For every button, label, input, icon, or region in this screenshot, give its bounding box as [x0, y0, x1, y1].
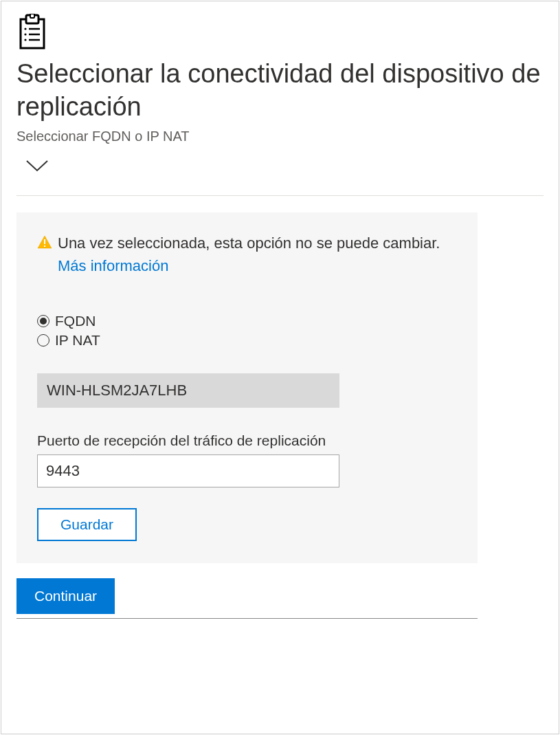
radio-fqdn[interactable]: FQDN — [37, 313, 457, 329]
page-title: Seleccionar la conectividad del disposit… — [16, 58, 544, 123]
svg-rect-10 — [44, 239, 45, 244]
warning-message: Una vez seleccionada, esta opción no se … — [37, 232, 457, 277]
clipboard-icon — [16, 14, 49, 52]
svg-point-5 — [24, 33, 26, 35]
radio-label: IP NAT — [55, 332, 100, 349]
svg-point-3 — [24, 28, 26, 30]
radio-button-icon — [37, 334, 49, 347]
page-subtitle: Seleccionar FQDN o IP NAT — [16, 129, 544, 144]
port-field-label: Puerto de recepción del tráfico de repli… — [37, 432, 457, 449]
hostname-display: WIN-HLSM2JA7LHB — [37, 373, 339, 408]
expand-chevron[interactable] — [25, 158, 544, 176]
radio-ip-nat[interactable]: IP NAT — [37, 332, 457, 349]
divider — [16, 195, 544, 196]
chevron-down-icon — [25, 158, 49, 173]
connectivity-radio-group: FQDN IP NAT — [37, 313, 457, 349]
continue-button[interactable]: Continuar — [16, 578, 115, 614]
svg-point-7 — [24, 39, 26, 41]
svg-rect-2 — [30, 14, 34, 18]
blade-panel: Seleccionar la conectividad del disposit… — [1, 1, 559, 734]
radio-button-icon — [37, 315, 49, 327]
port-input[interactable] — [37, 454, 339, 487]
radio-label: FQDN — [55, 313, 96, 329]
bottom-divider — [16, 618, 478, 619]
warning-icon — [37, 234, 52, 252]
warning-text: Una vez seleccionada, esta opción no se … — [58, 232, 457, 277]
save-button[interactable]: Guardar — [37, 508, 137, 541]
svg-rect-11 — [44, 245, 45, 247]
warning-body: Una vez seleccionada, esta opción no se … — [58, 234, 440, 252]
form-section: Una vez seleccionada, esta opción no se … — [16, 212, 478, 563]
more-info-link[interactable]: Más información — [58, 257, 168, 274]
